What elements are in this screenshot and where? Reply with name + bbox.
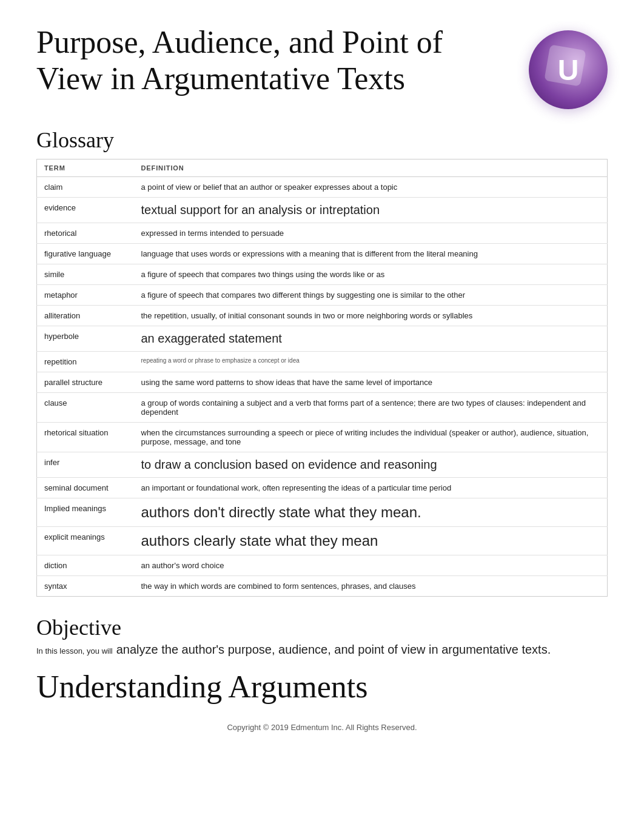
objective-text: In this lesson, you will analyze the aut… (36, 643, 608, 657)
term-cell: claim (37, 177, 134, 198)
term-cell: evidence (37, 198, 134, 223)
term-cell: repetition (37, 352, 134, 372)
column-definition-header: DEFINITION (134, 159, 608, 177)
term-cell: figurative language (37, 244, 134, 264)
page-header: Purpose, Audience, and Point of View in … (36, 24, 608, 109)
table-row: clausea group of words containing a subj… (37, 393, 608, 423)
definition-cell: expressed in terms intended to persuade (134, 223, 608, 244)
term-cell: infer (37, 452, 134, 478)
definition-cell: an important or foundational work, often… (134, 478, 608, 498)
table-row: repetitionrepeating a word or phrase to … (37, 352, 608, 372)
glossary-title: Glossary (36, 127, 608, 153)
term-cell: parallel structure (37, 372, 134, 393)
objective-prefix: In this lesson, you will (36, 646, 113, 656)
definition-cell: using the same word patterns to show ide… (134, 372, 608, 393)
term-cell: simile (37, 264, 134, 285)
definition-cell: repeating a word or phrase to emphasize … (134, 352, 608, 372)
term-cell: hyperbole (37, 326, 134, 352)
table-row: explicit meaningsauthors clearly state w… (37, 527, 608, 555)
table-row: seminal documentan important or foundati… (37, 478, 608, 498)
term-cell: alliteration (37, 306, 134, 326)
term-cell: seminal document (37, 478, 134, 498)
definition-cell: to draw a conclusion based on evidence a… (134, 452, 608, 478)
copyright: Copyright © 2019 Edmentum Inc. All Right… (36, 723, 608, 732)
table-row: hyperbolean exaggerated statement (37, 326, 608, 352)
objective-section: Objective In this lesson, you will analy… (36, 615, 608, 657)
table-row: dictionan author's word choice (37, 555, 608, 576)
table-row: rhetoricalexpressed in terms intended to… (37, 223, 608, 244)
definition-cell: the way in which words are combined to f… (134, 576, 608, 597)
objective-title: Objective (36, 615, 608, 640)
column-term-header: TERM (37, 159, 134, 177)
table-row: inferto draw a conclusion based on evide… (37, 452, 608, 478)
logo-letter: U (558, 53, 579, 87)
table-header-row: TERM DEFINITION (37, 159, 608, 177)
table-row: alliterationthe repetition, usually, of … (37, 306, 608, 326)
page-title: Purpose, Audience, and Point of View in … (36, 24, 461, 97)
definition-cell: textual support for an analysis or intre… (134, 198, 608, 223)
understanding-title: Understanding Arguments (36, 669, 608, 705)
definition-cell: a group of words containing a subject an… (134, 393, 608, 423)
table-row: evidencetextual support for an analysis … (37, 198, 608, 223)
definition-cell: authors don't directly state what they m… (134, 498, 608, 527)
term-cell: syntax (37, 576, 134, 597)
definition-cell: the repetition, usually, of initial cons… (134, 306, 608, 326)
term-cell: Implied meanings (37, 498, 134, 527)
table-row: figurative languagelanguage that uses wo… (37, 244, 608, 264)
definition-cell: when the circumstances surrounding a spe… (134, 423, 608, 452)
table-row: syntaxthe way in which words are combine… (37, 576, 608, 597)
term-cell: diction (37, 555, 134, 576)
table-row: metaphora figure of speech that compares… (37, 285, 608, 306)
table-row: parallel structureusing the same word pa… (37, 372, 608, 393)
table-row: Implied meaningsauthors don't directly s… (37, 498, 608, 527)
term-cell: rhetorical situation (37, 423, 134, 452)
definition-cell: authors clearly state what they mean (134, 527, 608, 555)
definition-cell: an exaggerated statement (134, 326, 608, 352)
table-row: rhetorical situationwhen the circumstanc… (37, 423, 608, 452)
definition-cell: a figure of speech that compares two thi… (134, 264, 608, 285)
table-row: claima point of view or belief that an a… (37, 177, 608, 198)
term-cell: metaphor (37, 285, 134, 306)
term-cell: explicit meanings (37, 527, 134, 555)
term-cell: clause (37, 393, 134, 423)
definition-cell: an author's word choice (134, 555, 608, 576)
logo-badge: U (529, 30, 608, 109)
glossary-table: TERM DEFINITION claima point of view or … (36, 159, 608, 597)
definition-cell: a point of view or belief that an author… (134, 177, 608, 198)
term-cell: rhetorical (37, 223, 134, 244)
table-row: similea figure of speech that compares t… (37, 264, 608, 285)
objective-body: analyze the author's purpose, audience, … (116, 643, 551, 657)
definition-cell: language that uses words or expressions … (134, 244, 608, 264)
definition-cell: a figure of speech that compares two dif… (134, 285, 608, 306)
